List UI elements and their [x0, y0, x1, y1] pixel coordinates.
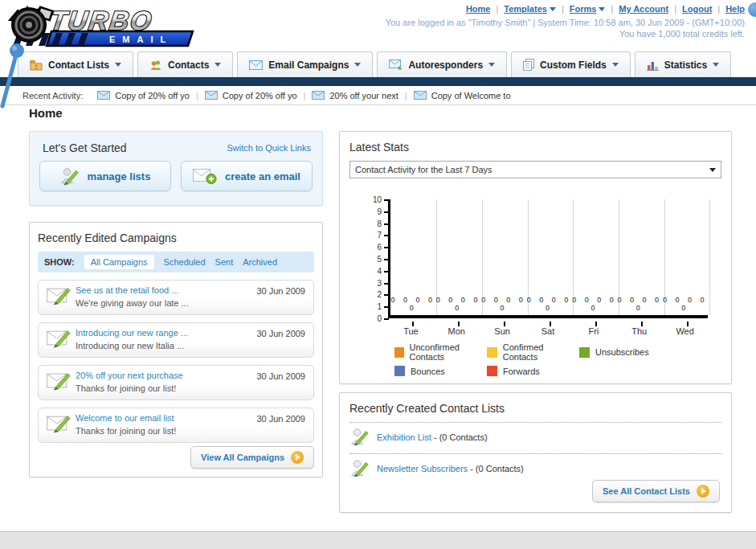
button-label: create an email	[225, 170, 300, 182]
link-templates[interactable]: Templates	[504, 4, 556, 14]
campaign-title-link[interactable]: 20% off your next purchase	[76, 371, 256, 380]
stats-period-dropdown[interactable]: Contact Activity for the Last 7 Days	[349, 161, 721, 178]
link-label: Forms	[570, 4, 597, 14]
chevron-down-icon	[599, 7, 605, 11]
y-axis-label: 9	[361, 207, 382, 216]
turbo-email-logo: TURBO EMAIL	[6, 2, 199, 47]
activity-item[interactable]: Copy of 20% off yo	[97, 91, 190, 100]
contact-count: - (0 Contacts)	[468, 464, 524, 473]
link-logout[interactable]: Logout	[682, 4, 712, 14]
filter-scheduled[interactable]: Scheduled	[164, 257, 206, 267]
credits-text: You have 1,000 total credits left.	[619, 29, 745, 39]
legend-label: Confirmed Contacts	[503, 342, 579, 362]
activity-item[interactable]: 20% off your next	[312, 91, 398, 100]
y-axis-label: 4	[361, 267, 382, 276]
tab-email-campaigns[interactable]: Email Campaigns	[237, 51, 373, 77]
person-pencil-icon	[351, 459, 369, 478]
tab-label: Autoresponders	[408, 59, 483, 71]
legend-item: Unconfirmed Contacts	[394, 342, 487, 362]
contact-list-link[interactable]: Newsletter Subscribers	[377, 464, 468, 473]
tab-statistics[interactable]: Statistics	[635, 51, 731, 77]
campaign-title-link[interactable]: See us at the retail food ...	[76, 285, 256, 295]
tab-label: Contacts	[168, 59, 209, 71]
y-axis-label: 0	[361, 314, 382, 323]
tab-label: Contact Lists	[48, 59, 109, 71]
link-label: Home	[466, 4, 491, 14]
manage-lists-button[interactable]: manage lists	[39, 161, 171, 191]
contact-list-row[interactable]: Exhibition List - (0 Contacts)	[349, 423, 721, 452]
legend-swatch	[394, 347, 404, 358]
button-label: manage lists	[88, 170, 151, 182]
legend-swatch	[487, 366, 497, 376]
x-axis-label: Mon	[434, 326, 480, 336]
link-help[interactable]: Help	[725, 4, 745, 14]
activity-item[interactable]: Copy of Welcome to	[414, 91, 511, 100]
activity-item[interactable]: Copy of 20% off yo	[205, 91, 297, 100]
campaign-title-link[interactable]: Introducing our new range ...	[76, 328, 256, 338]
help-bubble-icon[interactable]	[748, 2, 756, 17]
link-label: Logout	[682, 4, 712, 14]
logo-brand-text: TURBO	[48, 6, 154, 35]
tab-custom-fields[interactable]: Custom Fields	[511, 51, 631, 77]
chevron-down-icon	[550, 7, 556, 11]
tab-label: Statistics	[664, 59, 707, 71]
activity-text: 20% off your next	[329, 91, 398, 100]
tab-autoresponders[interactable]: Autoresponders	[377, 51, 507, 77]
activity-text: Copy of 20% off yo	[115, 91, 190, 100]
legend-item: Confirmed Contacts	[487, 342, 579, 362]
envelope-icon	[249, 60, 263, 70]
x-axis-label: Sun	[480, 326, 525, 336]
person-pencil-icon	[60, 166, 80, 186]
filter-sent[interactable]: Sent	[215, 257, 234, 267]
campaign-title-link[interactable]: Welcome to our email list	[76, 413, 256, 423]
filter-archived[interactable]: Archived	[243, 257, 277, 267]
campaign-subtitle: We're giving away our late ...	[76, 298, 189, 308]
separator: |	[674, 4, 676, 14]
page-title: Home	[29, 106, 63, 120]
link-my-account[interactable]: My Account	[619, 4, 668, 14]
separator: |	[611, 4, 613, 14]
x-axis-label: Sat	[525, 326, 571, 336]
envelope-icon	[97, 91, 110, 100]
link-forms[interactable]: Forms	[570, 4, 606, 14]
tab-contact-lists[interactable]: Contact Lists	[18, 51, 133, 77]
envelope-plus-icon	[193, 167, 217, 185]
y-axis-label: 10	[361, 195, 382, 204]
filter-all-campaigns[interactable]: All Campaigns	[84, 255, 154, 269]
create-email-button[interactable]: create an email	[181, 161, 313, 191]
campaign-date: 30 Jun 2009	[256, 329, 305, 338]
link-label: Help	[725, 4, 745, 14]
arrow-right-icon	[697, 485, 709, 498]
separator: |	[405, 91, 407, 100]
contact-list-link[interactable]: Exhibition List	[377, 432, 431, 442]
envelope-pencil-icon	[47, 328, 72, 349]
legend-label: Bounces	[411, 367, 445, 376]
x-axis-label: Fri	[570, 326, 616, 336]
see-all-contact-lists-button[interactable]: See All Contact Lists	[592, 480, 720, 502]
link-label: Templates	[504, 4, 547, 14]
view-all-campaigns-button[interactable]: View All Campaigns	[190, 446, 314, 469]
chevron-down-icon	[713, 63, 719, 67]
campaign-row[interactable]: Welcome to our email list Thanks for joi…	[38, 408, 314, 443]
chevron-down-icon	[612, 63, 619, 67]
chevron-down-icon	[354, 63, 361, 67]
envelope-icon	[414, 91, 427, 100]
main-content-area: TURBO EMAIL Home | Templates | Forms | M…	[0, 0, 756, 532]
campaign-subtitle: Thanks for joining our list!	[76, 383, 176, 393]
campaign-subtitle: Thanks for joining our list!	[76, 426, 176, 436]
tab-contacts[interactable]: Contacts	[137, 51, 233, 77]
chevron-down-icon	[709, 168, 716, 172]
switch-quick-links[interactable]: Switch to Quick Links	[227, 143, 311, 153]
contact-lists-panel: Recently Created Contact Lists Exhibitio…	[339, 392, 732, 513]
contact-list-row[interactable]: Newsletter Subscribers - (0 Contacts)	[349, 454, 721, 483]
activity-text: Copy of 20% off yo	[223, 91, 297, 100]
y-axis-label: 6	[361, 243, 382, 252]
chevron-down-icon	[215, 63, 221, 67]
day-values: 0 0 0 0 0	[572, 296, 617, 312]
campaign-row[interactable]: See us at the retail food ... We're givi…	[38, 280, 314, 315]
campaign-row[interactable]: Introducing our new range ... Introducin…	[38, 322, 314, 358]
chevron-down-icon	[115, 63, 121, 67]
link-home[interactable]: Home	[466, 4, 491, 14]
campaign-row[interactable]: 20% off your next purchase Thanks for jo…	[38, 365, 314, 400]
y-axis-label: 1	[361, 302, 382, 311]
